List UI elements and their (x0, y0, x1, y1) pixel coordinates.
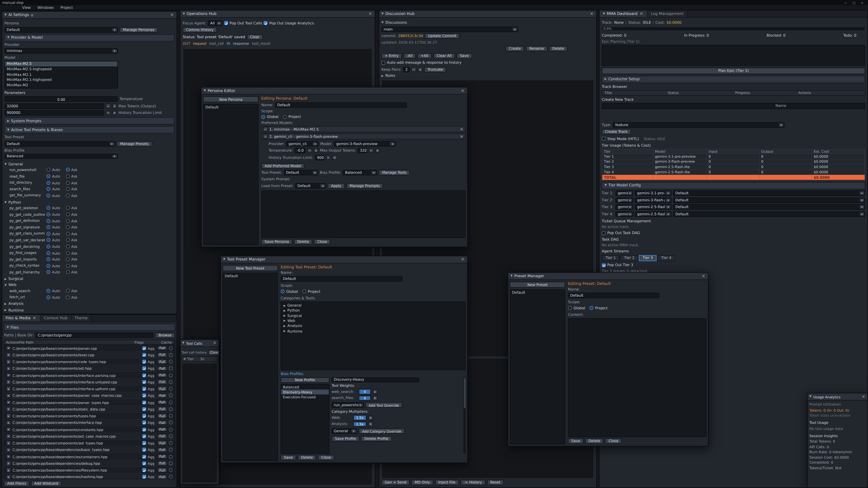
model-option[interactable]: MiniMax-M2.1 (5, 72, 117, 77)
epic-planning-textarea[interactable] (602, 44, 865, 66)
menu-item[interactable]: View (19, 5, 34, 10)
entry-button[interactable]: Clear All (433, 53, 455, 58)
close-icon[interactable]: × (861, 395, 866, 399)
ask-radio[interactable] (66, 232, 70, 236)
discussion-manage-button[interactable]: Delete (549, 46, 567, 51)
close-icon[interactable]: × (460, 89, 465, 93)
collapse-icon[interactable] (4, 13, 7, 17)
full-button[interactable]: Full (157, 441, 167, 445)
auto-radio[interactable] (46, 251, 51, 255)
ask-radio[interactable] (66, 289, 70, 293)
system-prompt-textarea[interactable] (261, 190, 466, 238)
manage-presets-button[interactable]: Manage Presets (117, 141, 152, 146)
agg-checkbox[interactable] (142, 373, 146, 377)
close-icon[interactable]: × (213, 341, 217, 345)
collapse-icon[interactable] (204, 89, 206, 92)
composer-button[interactable]: Reset (487, 480, 504, 485)
agg-checkbox[interactable] (142, 387, 146, 391)
preset-name-input[interactable]: Default (568, 293, 659, 298)
auto-radio[interactable] (46, 245, 51, 249)
increment-button[interactable]: + (313, 148, 318, 153)
auto-radio[interactable] (46, 270, 51, 274)
bias-profile-select[interactable]: Balanced (4, 154, 118, 159)
remove-model-icon[interactable]: × (459, 134, 464, 138)
close-button[interactable]: Close (318, 455, 335, 460)
new-profile-button[interactable]: New Profile (281, 377, 330, 383)
pm-provider-select[interactable]: gemini_cli (286, 141, 318, 146)
temperature-slider[interactable]: 0.00 (4, 96, 118, 102)
pop-out-tier3-checkbox[interactable] (602, 263, 606, 267)
tier-stream-tab[interactable]: Tier 2 (620, 255, 638, 261)
ask-radio[interactable] (66, 270, 70, 274)
full-button[interactable]: Full (157, 373, 167, 378)
scope-project-radio[interactable] (283, 115, 287, 119)
increment-button[interactable]: + (112, 110, 117, 115)
tier-preset-select[interactable]: Default (673, 204, 865, 210)
ask-radio[interactable] (66, 194, 70, 197)
remove-weight-button[interactable]: x (373, 389, 377, 394)
auto-add-checkbox[interactable] (381, 61, 385, 64)
full-button[interactable]: Full (157, 427, 167, 432)
auto-radio[interactable] (46, 289, 51, 293)
collapse-icon[interactable] (809, 395, 811, 398)
provider-model-section[interactable]: Provider & Model (4, 34, 175, 41)
full-button[interactable]: Full (157, 434, 167, 438)
agg-checkbox[interactable] (142, 448, 146, 452)
step-mode-checkbox[interactable] (602, 137, 606, 140)
collapse-icon[interactable] (381, 12, 383, 15)
ask-radio[interactable] (66, 213, 70, 217)
track-type-select[interactable]: feature (613, 122, 784, 127)
load-from-preset-select[interactable]: Default (295, 183, 326, 188)
auto-radio[interactable] (46, 181, 51, 185)
category-node[interactable]: Surgical (281, 313, 465, 318)
pop-out-usage-checkbox[interactable] (264, 21, 268, 25)
agg-checkbox[interactable] (142, 427, 146, 431)
new-tool-preset-button[interactable]: New Tool Preset (222, 265, 278, 271)
files-section[interactable]: Files (4, 324, 175, 331)
agg-checkbox[interactable] (142, 380, 146, 384)
agg-checkbox[interactable] (142, 366, 146, 370)
close-icon[interactable]: × (460, 257, 465, 261)
preset-list-item[interactable]: Default (510, 290, 565, 295)
system-prompts-section[interactable]: System Prompts (4, 117, 175, 125)
delete-persona-button[interactable]: Delete (294, 239, 312, 245)
tier-stream-tab[interactable]: Tier 3 (639, 255, 657, 261)
scrollbar[interactable] (463, 377, 466, 453)
agg-checkbox[interactable] (142, 441, 146, 445)
auto-radio[interactable] (46, 257, 51, 261)
model-handle-button[interactable]: − (263, 127, 268, 131)
agg-checkbox[interactable] (142, 461, 146, 465)
remove-file-button[interactable]: x (6, 420, 11, 425)
tier-preset-select[interactable]: Default (673, 190, 865, 196)
decrement-button[interactable]: − (369, 148, 373, 153)
close-icon[interactable]: × (32, 316, 37, 320)
collapse-icon[interactable] (223, 258, 225, 261)
remove-model-icon[interactable]: × (459, 127, 464, 131)
agg-checkbox[interactable] (142, 360, 146, 363)
tier-model-select[interactable]: gemini-2.5-flash-lite (635, 204, 672, 210)
add-tool-select[interactable]: run_powershell (332, 402, 364, 408)
menu-item[interactable]: Windows (34, 5, 57, 10)
active-presets-section[interactable]: Active Tool Presets & Biases (4, 126, 175, 133)
tier-model-config-section[interactable]: Tier Model Config (602, 182, 865, 189)
add-category-override-button[interactable]: Add Category Override (359, 428, 405, 433)
gear-icon[interactable]: ⚙ (31, 13, 33, 17)
remove-file-button[interactable]: x (6, 461, 11, 466)
remove-file-button[interactable]: x (6, 427, 11, 432)
remove-file-button[interactable]: x (6, 454, 11, 459)
full-button[interactable]: Full (157, 386, 167, 391)
ask-radio[interactable] (66, 181, 70, 185)
agg-checkbox[interactable] (142, 400, 146, 404)
model-option[interactable]: MiniMax-M2.5-highspeed (5, 66, 117, 72)
save-persona-button[interactable]: Save Persona (261, 239, 292, 245)
ask-radio[interactable] (66, 174, 70, 178)
increment-button[interactable]: + (418, 67, 423, 72)
persona-list-item[interactable]: Default (204, 105, 258, 110)
full-button[interactable]: Full (157, 414, 167, 418)
scope-global-radio[interactable] (281, 289, 285, 293)
ask-radio[interactable] (66, 187, 70, 191)
tier-preset-select[interactable]: Default (673, 211, 865, 217)
remove-file-button[interactable]: x (6, 352, 11, 357)
close-icon[interactable]: × (368, 12, 373, 16)
model-option[interactable]: MiniMax-M2.5 (5, 61, 117, 66)
